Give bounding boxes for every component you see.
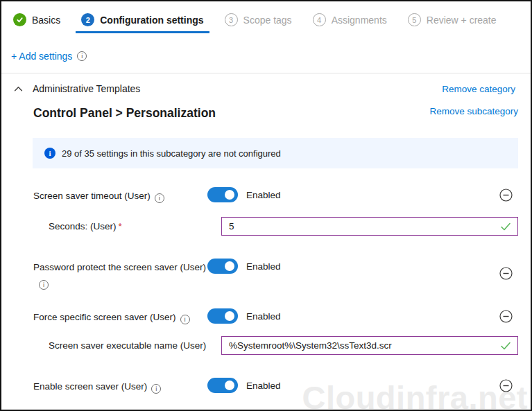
remove-setting-icon[interactable] — [499, 267, 513, 282]
toggle-state-label: Enabled — [246, 308, 281, 322]
toggle-state-label: Enabled — [246, 259, 281, 272]
setting-info-icon[interactable]: i — [151, 384, 161, 394]
seconds-input — [221, 217, 518, 236]
password-protect-toggle[interactable] — [207, 259, 238, 274]
setting-label-text: Screen saver timeout (User) — [33, 191, 151, 201]
setting-row: Force specific screen saver (User)i Enab… — [1, 308, 531, 325]
executable-name-input-field[interactable] — [229, 340, 500, 351]
step-label: Configuration settings — [100, 15, 203, 26]
step-label: Basics — [32, 15, 60, 26]
step-number-badge: 5 — [408, 13, 421, 26]
info-banner-text: 29 of 35 settings in this subcategory ar… — [62, 148, 281, 159]
info-banner-icon: i — [44, 148, 55, 159]
info-banner: i 29 of 35 settings in this subcategory … — [33, 138, 518, 168]
setting-label-text: Password protect the screen saver (User) — [33, 262, 206, 272]
remove-subcategory-link[interactable]: Remove subcategory — [429, 106, 518, 116]
child-setting-row: Seconds: (User)* — [1, 217, 531, 236]
step-complete-check-icon — [13, 13, 26, 26]
setting-label-text: Force specific screen saver (User) — [33, 312, 176, 322]
remove-category-link[interactable]: Remove category — [442, 84, 515, 94]
setting-label: Force specific screen saver (User)i — [33, 308, 207, 324]
setting-label: Password protect the screen saver (User)… — [33, 259, 207, 290]
toggle-state-label: Enabled — [246, 187, 281, 200]
required-marker: * — [119, 221, 122, 231]
remove-setting-icon[interactable] — [499, 189, 513, 204]
valid-check-icon — [500, 222, 511, 231]
setting-row: Enable screen saver (User)i Enabled — [1, 378, 531, 394]
subcategory-title: Control Panel > Personalization — [33, 106, 216, 121]
valid-check-icon — [500, 341, 511, 351]
step-number-badge: 4 — [313, 13, 326, 26]
toggle-knob — [225, 190, 234, 200]
tab-basics[interactable]: Basics — [8, 13, 66, 33]
add-settings-info-icon[interactable]: i — [77, 51, 87, 61]
setting-info-icon[interactable]: i — [39, 280, 49, 290]
setting-row: Screen saver timeout (User)i Enabled — [1, 187, 531, 204]
tab-assignments[interactable]: 4 Assignments — [307, 13, 393, 33]
step-label: Assignments — [332, 15, 387, 26]
category-title: Administrative Templates — [33, 83, 140, 94]
step-number-badge: 2 — [81, 13, 94, 26]
child-setting-label: Seconds: (User)* — [49, 221, 221, 231]
remove-setting-icon[interactable] — [499, 310, 513, 325]
toggle-knob — [225, 311, 234, 321]
screen-saver-timeout-toggle[interactable] — [207, 187, 238, 202]
section-divider — [1, 73, 531, 73]
seconds-input-field[interactable] — [229, 221, 500, 231]
tab-configuration-settings[interactable]: 2 Configuration settings — [76, 13, 209, 33]
collapse-chevron-up-icon[interactable] — [14, 85, 23, 94]
toggle-state-label: Enabled — [246, 378, 281, 391]
setting-row: Password protect the screen saver (User)… — [1, 259, 531, 290]
child-label-text: Seconds: (User) — [49, 221, 117, 231]
toggle-knob — [225, 381, 234, 390]
step-label: Review + create — [427, 15, 497, 26]
tab-scope-tags[interactable]: 3 Scope tags — [219, 13, 298, 33]
step-number-badge: 3 — [225, 13, 238, 26]
setting-label-text: Enable screen saver (User) — [33, 381, 147, 392]
toggle-knob — [225, 261, 234, 271]
child-label-text: Screen saver executable name (User) — [49, 340, 206, 351]
add-settings-link[interactable]: + Add settings — [11, 51, 72, 62]
setting-info-icon[interactable]: i — [180, 315, 190, 324]
force-screen-saver-toggle[interactable] — [207, 308, 238, 324]
tab-review-create[interactable]: 5 Review + create — [402, 13, 502, 33]
child-setting-row: Screen saver executable name (User) — [1, 336, 531, 355]
step-label: Scope tags — [243, 15, 292, 26]
executable-name-input — [221, 336, 518, 355]
setting-info-icon[interactable]: i — [155, 193, 164, 203]
setting-label: Enable screen saver (User)i — [33, 378, 207, 394]
setting-label: Screen saver timeout (User)i — [33, 187, 207, 203]
enable-screen-saver-toggle[interactable] — [207, 378, 238, 393]
child-setting-label: Screen saver executable name (User) — [49, 340, 221, 351]
wizard-steps: Basics 2 Configuration settings 3 Scope … — [1, 1, 531, 33]
remove-setting-icon[interactable] — [499, 379, 513, 394]
